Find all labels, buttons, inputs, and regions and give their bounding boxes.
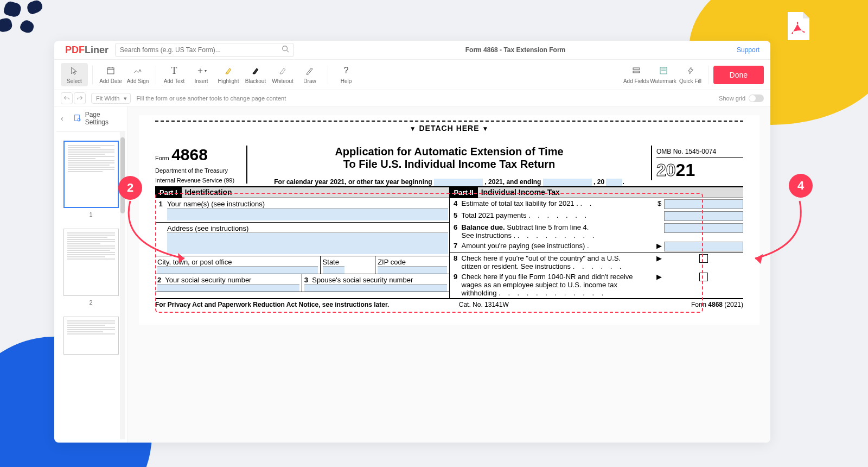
logo: PDFLiner bbox=[65, 45, 108, 56]
tool-quick-fill[interactable]: Quick Fill bbox=[677, 63, 704, 86]
form-footer: For Privacy Act and Paperwork Reduction … bbox=[155, 298, 743, 308]
tool-add-date[interactable]: Add Date bbox=[97, 63, 124, 86]
lightning-icon bbox=[687, 65, 694, 76]
tool-watermark[interactable]: Watermark bbox=[650, 63, 677, 86]
field-tax-year-begin[interactable] bbox=[434, 179, 483, 186]
toolbar: Select Add Date Add Sign TAdd Text ＋▾Ins… bbox=[54, 60, 770, 90]
watermark-icon bbox=[659, 65, 668, 76]
support-link[interactable]: Support bbox=[737, 46, 760, 54]
annotation-bubble-2: 2 bbox=[118, 176, 142, 200]
field-city[interactable] bbox=[157, 266, 318, 274]
done-button[interactable]: Done bbox=[713, 66, 764, 84]
field-tax-year-yy[interactable] bbox=[606, 179, 622, 186]
show-grid-label: Show grid bbox=[719, 95, 745, 102]
tool-insert[interactable]: ＋▾Insert bbox=[188, 63, 215, 86]
page-settings-label[interactable]: Page Settings bbox=[85, 111, 121, 126]
search-icon bbox=[282, 45, 289, 55]
page-thumbnail-2[interactable] bbox=[63, 229, 119, 296]
editor-window: PDFLiner Form 4868 - Tax Extension Form … bbox=[54, 41, 770, 443]
svg-point-0 bbox=[283, 46, 288, 51]
text-icon: T bbox=[171, 65, 177, 76]
field-address[interactable] bbox=[167, 232, 448, 254]
field-line7[interactable] bbox=[664, 242, 743, 251]
part-1: Part IIdentification 1Your name(s) (see … bbox=[155, 187, 450, 298]
topbar: PDFLiner Form 4868 - Tax Extension Form … bbox=[54, 41, 770, 60]
signature-icon bbox=[133, 65, 142, 76]
checkbox-line8[interactable] bbox=[699, 254, 708, 263]
thumb-label-1: 1 bbox=[62, 211, 120, 218]
field-zip[interactable] bbox=[378, 266, 446, 274]
part-2: Part IIIndividual Income Tax 4Estimate o… bbox=[450, 187, 744, 298]
omb-number: OMB No. 1545-0074 bbox=[656, 146, 743, 158]
sidebar: ‹ Page Settings 1 2 bbox=[54, 106, 128, 443]
thumb-label-2: 2 bbox=[62, 299, 120, 306]
field-tax-year-end[interactable] bbox=[543, 179, 592, 186]
show-grid-toggle[interactable] bbox=[749, 94, 764, 102]
form-title-line1: Application for Automatic Extension of T… bbox=[258, 146, 640, 158]
whiteout-icon bbox=[278, 65, 287, 76]
svg-rect-11 bbox=[74, 115, 79, 121]
form-header: Form 4868 Department of the Treasury Int… bbox=[155, 146, 743, 187]
tool-draw[interactable]: Draw bbox=[296, 63, 323, 86]
tool-highlight[interactable]: Highlight bbox=[215, 63, 242, 86]
search-input-wrap[interactable] bbox=[115, 43, 294, 57]
search-input[interactable] bbox=[120, 46, 282, 54]
field-ssn[interactable] bbox=[157, 284, 299, 292]
page-settings-icon bbox=[73, 114, 81, 123]
pencil-icon bbox=[305, 65, 314, 76]
highlight-icon bbox=[224, 65, 233, 76]
field-line5[interactable] bbox=[664, 211, 743, 221]
field-name[interactable] bbox=[167, 208, 448, 220]
sidebar-back[interactable]: ‹ bbox=[61, 114, 63, 123]
tool-select[interactable]: Select bbox=[61, 63, 88, 86]
tool-add-sign[interactable]: Add Sign bbox=[124, 63, 151, 86]
calendar-icon bbox=[106, 65, 115, 76]
page-thumbnail-3[interactable] bbox=[63, 317, 119, 355]
form-year: 2021 bbox=[656, 158, 743, 180]
svg-rect-7 bbox=[633, 71, 640, 73]
svg-line-1 bbox=[287, 51, 289, 53]
field-state[interactable] bbox=[323, 266, 344, 274]
annotation-bubble-4: 4 bbox=[789, 174, 813, 198]
detach-line: ▼ DETACH HERE ▼ bbox=[155, 121, 743, 132]
tool-blackout[interactable]: Blackout bbox=[242, 63, 269, 86]
pdf-icon bbox=[781, 10, 814, 42]
zoom-select[interactable]: Fit Width ▾ bbox=[91, 93, 131, 104]
redo-button[interactable] bbox=[74, 92, 86, 104]
chevron-down-icon: ▾ bbox=[124, 95, 127, 102]
svg-rect-6 bbox=[633, 68, 640, 70]
form-title-line2: To File U.S. Individual Income Tax Retur… bbox=[258, 158, 640, 171]
tool-add-text[interactable]: TAdd Text bbox=[161, 63, 188, 86]
checkbox-line9[interactable] bbox=[699, 273, 708, 281]
tool-whiteout[interactable]: Whiteout bbox=[269, 63, 296, 86]
page-thumbnail-1[interactable] bbox=[63, 141, 119, 208]
blackout-icon bbox=[251, 65, 260, 76]
tool-help[interactable]: ?Help bbox=[333, 63, 360, 86]
hint-text: Fill the form or use another tools to ch… bbox=[136, 95, 286, 102]
field-line4[interactable] bbox=[664, 199, 743, 209]
canvas: ▼ DETACH HERE ▼ Form 4868 Department of … bbox=[128, 106, 770, 443]
document-title: Form 4868 - Tax Extension Form bbox=[294, 46, 737, 54]
field-spouse-ssn[interactable] bbox=[304, 284, 447, 292]
field-line6[interactable] bbox=[664, 223, 743, 233]
cursor-icon bbox=[70, 65, 79, 76]
form-page: ▼ DETACH HERE ▼ Form 4868 Department of … bbox=[139, 115, 760, 325]
secondary-bar: Fit Width ▾ Fill the form or use another… bbox=[54, 90, 770, 106]
tool-add-fields[interactable]: Add Fields bbox=[623, 63, 650, 86]
svg-rect-2 bbox=[107, 68, 114, 74]
undo-button[interactable] bbox=[61, 92, 73, 104]
fields-icon bbox=[632, 65, 641, 76]
help-icon: ? bbox=[344, 65, 349, 76]
plus-icon: ＋▾ bbox=[196, 65, 207, 76]
main-area: ‹ Page Settings 1 2 bbox=[54, 106, 770, 443]
